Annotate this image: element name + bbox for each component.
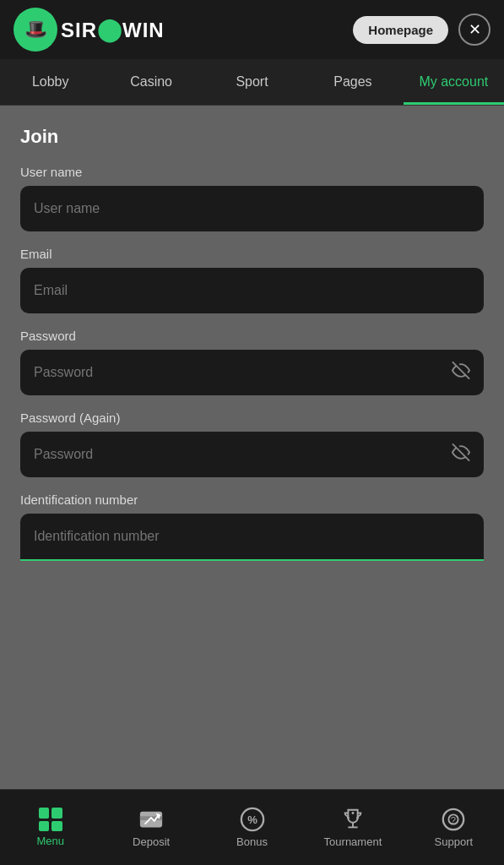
nav-label-casino: Casino [130, 74, 172, 90]
password-again-label: Password (Again) [20, 411, 484, 425]
deposit-icon [138, 807, 164, 832]
svg-point-10 [347, 817, 350, 819]
header-right: Homepage ✕ [353, 14, 490, 46]
nav-item-pages[interactable]: Pages [302, 59, 403, 105]
bottom-nav-tournament-label: Tournament [324, 835, 382, 848]
password-wrapper [20, 350, 484, 395]
password-again-toggle-icon[interactable] [452, 443, 470, 466]
bottom-nav-bonus[interactable]: % Bonus [202, 790, 302, 865]
nav-label-pages: Pages [333, 74, 371, 90]
bottom-nav-deposit[interactable]: Deposit [100, 790, 201, 865]
username-input[interactable] [20, 186, 484, 231]
bottom-nav: Menu Deposit % Bonus [0, 789, 504, 865]
logo-figure-icon: 🎩 [24, 19, 47, 41]
bottom-nav-menu-label: Menu [36, 835, 64, 847]
password-input[interactable] [20, 350, 484, 395]
bottom-nav-tournament[interactable]: Tournament [302, 790, 403, 865]
nav-label-lobby: Lobby [32, 74, 69, 90]
nav-item-sport[interactable]: Sport [202, 59, 302, 105]
id-input[interactable] [20, 514, 484, 561]
homepage-button[interactable]: Homepage [353, 16, 448, 44]
bottom-nav-support[interactable]: ? Support [404, 790, 504, 865]
menu-icon [39, 808, 62, 831]
svg-point-11 [356, 817, 359, 819]
logo-area: 🎩 SIR⬤WIN [14, 8, 165, 52]
bottom-nav-menu[interactable]: Menu [0, 790, 100, 865]
nav-item-lobby[interactable]: Lobby [0, 59, 100, 105]
header: 🎩 SIR⬤WIN Homepage ✕ [0, 0, 504, 59]
logo-text: SIR⬤WIN [61, 17, 165, 43]
svg-point-9 [352, 812, 355, 814]
tournament-icon [340, 807, 366, 832]
id-group: Identification number [20, 492, 484, 561]
nav-item-casino[interactable]: Casino [100, 59, 201, 105]
support-icon: ? [441, 807, 466, 832]
email-label: Email [20, 247, 484, 261]
main-content: Join User name Email Password Password (… [0, 106, 504, 789]
password-label: Password [20, 329, 484, 343]
join-title: Join [20, 126, 484, 148]
svg-text:?: ? [451, 815, 456, 825]
nav-label-sport: Sport [236, 74, 268, 90]
bottom-nav-bonus-label: Bonus [236, 835, 268, 848]
email-group: Email [20, 247, 484, 313]
id-label: Identification number [20, 492, 484, 507]
bottom-nav-support-label: Support [435, 835, 474, 848]
password-toggle-icon[interactable] [452, 362, 470, 384]
nav-label-myaccount: My account [419, 74, 488, 90]
nav: Lobby Casino Sport Pages My account [0, 59, 504, 106]
password-again-input[interactable] [20, 432, 484, 477]
password-group: Password [20, 329, 484, 395]
bonus-icon: % [240, 807, 265, 832]
bottom-nav-deposit-label: Deposit [133, 835, 170, 848]
email-input[interactable] [20, 268, 484, 313]
username-group: User name [20, 165, 484, 231]
password-again-group: Password (Again) [20, 411, 484, 477]
logo-circle: 🎩 [14, 8, 57, 52]
nav-item-myaccount[interactable]: My account [404, 59, 504, 105]
password-again-wrapper [20, 432, 484, 477]
svg-text:%: % [247, 813, 257, 826]
close-button[interactable]: ✕ [458, 14, 490, 46]
username-label: User name [20, 165, 484, 179]
